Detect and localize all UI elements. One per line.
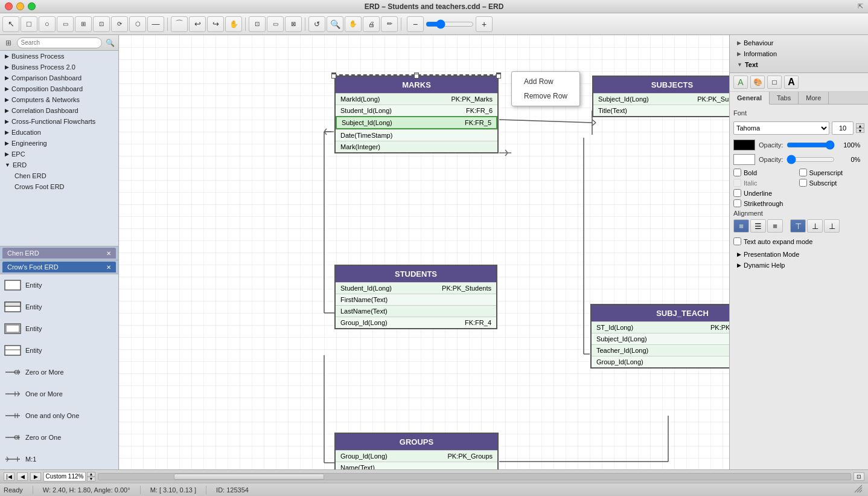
text-section[interactable]: ▼ Text	[733, 59, 864, 70]
table-marks[interactable]: MARKS MarkId(Long) PK:PK_Marks Student_I…	[334, 76, 499, 153]
text-tool[interactable]: ▭	[57, 16, 74, 32]
behaviour-section[interactable]: ▶ Behaviour	[733, 37, 864, 48]
window-controls[interactable]	[5, 2, 36, 10]
sidebar-search-btn[interactable]: 🔍	[104, 37, 116, 49]
zoom-spinner[interactable]: ▲ ▼	[87, 472, 95, 482]
zoom-fit-tool[interactable]: ⊡	[249, 16, 266, 32]
minimize-button[interactable]	[16, 2, 24, 10]
table-row[interactable]: Student_Id(Long) FK:FR_6	[336, 105, 497, 116]
zoom-out-btn[interactable]: −	[407, 16, 424, 32]
font-family-select[interactable]: Tahoma Arial Times New Roman	[733, 121, 829, 135]
table-row[interactable]: Student_Id(Long) PK:PK_Students	[336, 282, 496, 294]
table-row[interactable]: Subject_Id(Long) PK:PK_Subjects	[593, 93, 729, 105]
table-row[interactable]: Date(TimeStamp)	[336, 129, 497, 141]
bg-color-swatch[interactable]	[733, 154, 755, 165]
ellipse-tool[interactable]: ○	[39, 16, 56, 32]
text-auto-expand-checkbox[interactable]	[733, 237, 741, 245]
tab-tabs[interactable]: Tabs	[770, 92, 799, 104]
table-tool[interactable]: ⊞	[75, 16, 92, 32]
horizontal-scrollbar[interactable]	[98, 473, 851, 480]
nav-next-btn[interactable]: ▶	[30, 472, 41, 481]
sidebar-item-erd[interactable]: ▼ ERD	[0, 159, 118, 170]
sidebar-search-input[interactable]	[17, 37, 102, 48]
scroll-thumb[interactable]	[174, 474, 324, 480]
refresh-tool[interactable]: ↺	[308, 16, 325, 32]
shape-one-only[interactable]: One and only One	[0, 405, 118, 427]
presentation-mode-item[interactable]: ▶ Presentation Mode	[733, 249, 864, 260]
sidebar-menu-icon[interactable]: ⊞	[2, 37, 14, 49]
tab-close-icon[interactable]: ✕	[106, 250, 111, 257]
grid-tool[interactable]: ⊡	[93, 16, 110, 32]
highlight-btn[interactable]: 🎨	[750, 76, 765, 89]
table-groups[interactable]: GROUPS Group_Id(Long) PK:PK_Groups Name(…	[334, 433, 499, 469]
font-size-up[interactable]: ▲	[856, 123, 864, 128]
context-menu-add-row[interactable]: Add Row	[512, 74, 579, 89]
bold-checkbox[interactable]	[733, 169, 741, 176]
hand-tool[interactable]: ✋	[345, 16, 362, 32]
sidebar-item-correlation[interactable]: ▶ Correlation Dashboard	[0, 105, 118, 116]
sidebar-item-comparison[interactable]: ▶ Comparison Dashboard	[0, 72, 118, 83]
shape-entity-4[interactable]: Entity	[0, 340, 118, 361]
align-left-btn[interactable]: ≡	[733, 219, 749, 233]
sidebar-item-education[interactable]: ▶ Education	[0, 127, 118, 138]
table-row[interactable]: Title(Text)	[593, 105, 729, 116]
sidebar-item-cross-functional[interactable]: ▶ Cross-Functional Flowcharts	[0, 116, 118, 127]
sidebar-item-chen-erd[interactable]: Chen ERD	[0, 170, 118, 181]
table-row[interactable]: LastName(Text)	[336, 305, 496, 317]
align-top-btn[interactable]: ⊤	[790, 219, 806, 233]
table-row[interactable]: Subject_Id(Long) FK:FR_3	[592, 333, 729, 344]
print-tool[interactable]: 🖨	[363, 16, 380, 32]
italic-checkbox[interactable]	[733, 179, 741, 187]
text-color-swatch[interactable]	[733, 140, 755, 150]
sidebar-item-crows-foot-erd[interactable]: Crows Foot ERD	[0, 181, 118, 192]
curve-tool[interactable]: ⌒	[171, 16, 188, 32]
undo-tool[interactable]: ↩	[189, 16, 206, 32]
zoom-page-tool[interactable]: ▭	[267, 16, 284, 32]
opacity-slider-1[interactable]	[787, 140, 835, 150]
line-tool[interactable]: —	[147, 16, 164, 32]
opacity-slider-2[interactable]	[787, 155, 835, 164]
sidebar-item-composition[interactable]: ▶ Composition Dashboard	[0, 83, 118, 94]
font-size-spinner[interactable]: ▲ ▼	[856, 123, 864, 133]
sidebar-item-business-process[interactable]: ▶ Business Process	[0, 51, 118, 62]
tab-crows-foot-erd[interactable]: Crow's Foot ERD ✕	[2, 262, 116, 272]
zoom-value-input[interactable]	[43, 472, 86, 482]
shape-entity-2[interactable]: Entity	[0, 296, 118, 318]
table-row[interactable]: MarkId(Long) PK:PK_Marks	[336, 93, 497, 105]
nav-prev-btn[interactable]: ◀	[17, 472, 28, 481]
connect-tool[interactable]: ⟳	[111, 16, 128, 32]
text-color-btn[interactable]: A	[733, 76, 748, 89]
strikethrough-checkbox[interactable]	[733, 199, 741, 207]
sidebar-item-business-process-2[interactable]: ▶ Business Process 2.0	[0, 62, 118, 72]
table-row[interactable]: Mark(Integer)	[336, 141, 497, 152]
page-fit-btn[interactable]: ⊡	[854, 472, 864, 481]
shape-one-or-more[interactable]: One or More	[0, 383, 118, 405]
table-row[interactable]: Group_Id(Long) FK:FR_1	[592, 356, 729, 367]
table-subj-teach[interactable]: SUBJ_TEACH ST_Id(Long) PK:PK_Subj_Teach …	[590, 304, 729, 369]
tab-chen-erd[interactable]: Chen ERD ✕	[2, 248, 116, 259]
align-bottom-btn[interactable]: ⊥	[824, 219, 840, 233]
font-size-down[interactable]: ▼	[856, 128, 864, 133]
align-center-btn[interactable]: ☰	[750, 219, 766, 233]
redo-tool[interactable]: ↪	[207, 16, 224, 32]
text-box-btn[interactable]: □	[767, 76, 782, 89]
dynamic-help-item[interactable]: ▶ Dynamic Help	[733, 260, 864, 271]
pan-tool[interactable]: ✋	[225, 16, 242, 32]
zoom-up-btn[interactable]: ▲	[87, 472, 95, 477]
table-row[interactable]: Name(Text)	[336, 462, 497, 469]
align-right-btn[interactable]: ≡	[767, 219, 783, 233]
table-row[interactable]: Teacher_Id(Long) FK:FR_2	[592, 344, 729, 356]
superscript-checkbox[interactable]	[799, 169, 807, 176]
tab-general[interactable]: General	[730, 92, 770, 105]
shape-entity-1[interactable]: Entity	[0, 274, 118, 296]
context-menu-remove-row[interactable]: Remove Row	[512, 89, 579, 103]
table-row[interactable]: Group_Id(Long) PK:PK_Groups	[336, 450, 497, 462]
close-button[interactable]	[5, 2, 13, 10]
shape-entity-3[interactable]: Entity	[0, 318, 118, 340]
sidebar-item-epc[interactable]: ▶ EPC	[0, 149, 118, 159]
zoom-out-tool[interactable]: 🔍	[327, 16, 343, 32]
underline-checkbox[interactable]	[733, 189, 741, 197]
shape-zero-or-one[interactable]: Zero or One	[0, 427, 118, 448]
zoom-down-btn[interactable]: ▼	[87, 477, 95, 482]
rectangle-tool[interactable]: □	[21, 16, 37, 32]
